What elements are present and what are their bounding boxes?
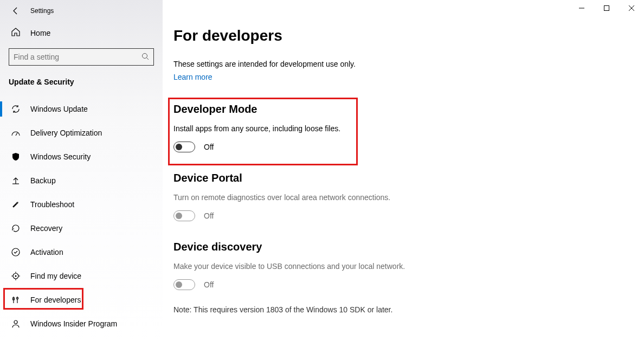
sidebar-item-troubleshoot[interactable]: Troubleshoot [0, 193, 163, 216]
tools-icon [11, 295, 21, 305]
search-container [0, 44, 163, 74]
section-description: Install apps from any source, including … [173, 124, 622, 133]
section-developer-mode: Developer Mode Install apps from any sou… [173, 103, 622, 152]
app-title: Settings [30, 7, 54, 15]
wrench-icon [11, 200, 21, 209]
sidebar-item-windows-security[interactable]: Windows Security [0, 145, 163, 169]
developer-mode-toggle[interactable] [173, 142, 195, 152]
sidebar-item-label: Backup [30, 176, 56, 185]
svg-point-7 [15, 275, 17, 277]
sidebar: Settings Home Update & Security Windows … [0, 0, 163, 340]
intro-text: These settings are intended for developm… [173, 60, 622, 68]
device-discovery-toggle [173, 279, 195, 290]
sidebar-item-label: Find my device [30, 272, 81, 280]
home-icon [11, 27, 21, 39]
svg-point-16 [14, 320, 17, 324]
title-bar: Settings [0, 0, 163, 22]
main-content: For developers These settings are intend… [163, 0, 644, 340]
sidebar-item-label: Troubleshoot [30, 200, 74, 209]
sync-icon [11, 104, 21, 114]
sidebar-item-windows-insider[interactable]: Windows Insider Program [0, 312, 163, 336]
search-icon [141, 53, 149, 62]
sidebar-item-label: Windows Update [30, 105, 88, 113]
sidebar-item-label: Windows Security [30, 152, 91, 161]
section-device-discovery: Device discovery Make your device visibl… [173, 241, 622, 314]
toggle-row: Off [173, 210, 622, 221]
section-heading: Developer Mode [173, 103, 622, 116]
section-note: Note: This requires version 1803 of the … [173, 305, 622, 314]
section-heading: Device discovery [173, 241, 622, 253]
section-description: Turn on remote diagnostics over local ar… [173, 193, 622, 202]
sidebar-item-label: Windows Insider Program [30, 319, 117, 328]
sidebar-item-label: Activation [30, 248, 63, 256]
sidebar-item-windows-update[interactable]: Windows Update [0, 97, 163, 121]
section-heading: Device Portal [173, 172, 622, 184]
shield-icon [11, 152, 21, 162]
svg-line-2 [16, 133, 17, 136]
sidebar-section-title: Update & Security [0, 74, 163, 89]
sidebar-item-backup[interactable]: Backup [0, 169, 163, 193]
svg-line-1 [147, 57, 149, 60]
sidebar-item-for-developers[interactable]: For developers [0, 288, 163, 312]
home-label: Home [30, 29, 50, 37]
sidebar-item-label: Recovery [30, 224, 62, 233]
nav-list: Windows Update Delivery Optimization Win… [0, 97, 163, 336]
toggle-state-label: Off [204, 280, 214, 289]
svg-point-0 [143, 53, 147, 58]
device-portal-toggle [173, 210, 195, 221]
toggle-state-label: Off [204, 143, 214, 151]
gauge-icon [11, 128, 21, 138]
sidebar-item-label: Delivery Optimization [30, 129, 102, 137]
sidebar-item-find-my-device[interactable]: Find my device [0, 264, 163, 288]
backup-icon [11, 176, 21, 185]
search-box[interactable] [9, 48, 154, 66]
toggle-row: Off [173, 279, 622, 290]
sidebar-item-recovery[interactable]: Recovery [0, 216, 163, 240]
toggle-state-label: Off [204, 211, 214, 220]
search-input[interactable] [14, 53, 141, 61]
recovery-icon [11, 223, 21, 233]
toggle-row: Off [173, 142, 622, 152]
back-button[interactable] [11, 6, 21, 16]
learn-more-link[interactable]: Learn more [173, 73, 212, 81]
section-description: Make your device visible to USB connecti… [173, 262, 622, 271]
sidebar-item-activation[interactable]: Activation [0, 240, 163, 264]
svg-point-5 [12, 248, 20, 256]
page-title: For developers [173, 27, 622, 44]
location-icon [11, 271, 21, 281]
sidebar-home[interactable]: Home [0, 22, 163, 44]
section-device-portal: Device Portal Turn on remote diagnostics… [173, 172, 622, 221]
sidebar-item-label: For developers [30, 296, 81, 304]
check-circle-icon [11, 247, 21, 257]
insider-icon [11, 319, 21, 329]
sidebar-item-delivery-optimization[interactable]: Delivery Optimization [0, 121, 163, 145]
